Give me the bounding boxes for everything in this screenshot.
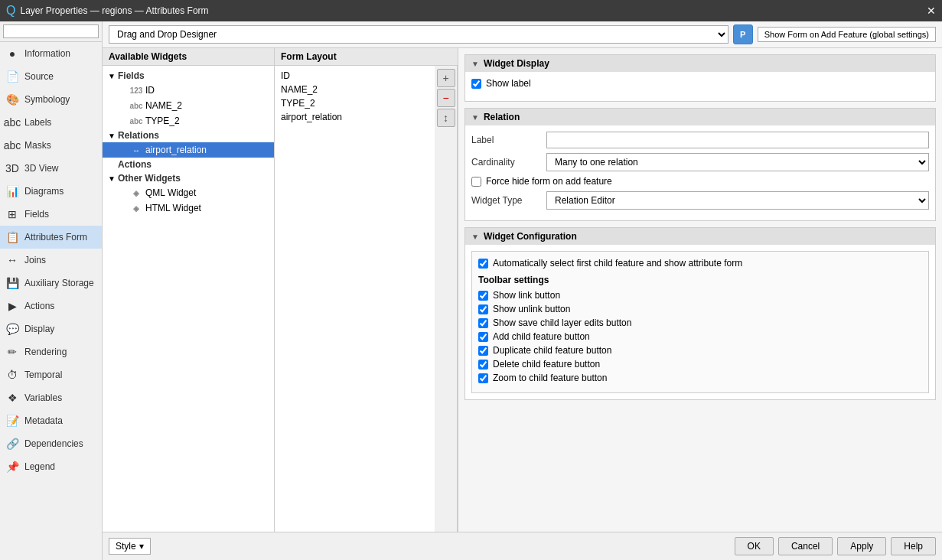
form-tree-item[interactable]: NAME_2 — [275, 83, 435, 96]
form-tree-item[interactable]: airport_relation — [275, 110, 435, 124]
show-label-row: Show label — [471, 78, 929, 89]
form-tree-item[interactable]: TYPE_2 — [275, 96, 435, 110]
source-icon: 📄 — [5, 69, 20, 84]
label-input[interactable] — [546, 132, 929, 148]
zoom_child-checkbox[interactable] — [478, 373, 488, 383]
widget-type-label: Widget Type — [471, 195, 540, 206]
sidebar-item-3dview[interactable]: 3D3D View — [0, 157, 102, 180]
tree-group-label: Actions — [118, 159, 152, 170]
ok-button[interactable]: OK — [735, 537, 774, 555]
tree-item[interactable]: abcTYPE_2 — [103, 113, 274, 129]
sidebar-label-actions: Actions — [24, 301, 54, 311]
auto-select-checkbox[interactable] — [478, 259, 488, 269]
dependencies-icon: 🔗 — [5, 436, 20, 451]
tree-item[interactable]: ▼Relations — [103, 129, 274, 142]
cancel-button[interactable]: Cancel — [778, 537, 833, 555]
move-button[interactable]: ↕ — [437, 109, 455, 127]
widget-config-header[interactable]: ▼ Widget Configuration — [465, 228, 935, 245]
sidebar-label-dependencies: Dependencies — [24, 438, 83, 449]
tree-item[interactable]: ▼Fields — [103, 69, 274, 83]
relation-header[interactable]: ▼ Relation — [465, 109, 935, 125]
zoom_child-label: Zoom to child feature button — [493, 373, 607, 383]
tree-item[interactable]: Actions — [103, 158, 274, 171]
duplicate_child-label: Duplicate child feature button — [493, 345, 611, 356]
delete_child-checkbox[interactable] — [478, 360, 488, 370]
sidebar-item-actions[interactable]: ▶Actions — [0, 295, 102, 317]
widget-type-row: Widget Type Relation Editor — [471, 191, 929, 210]
sidebar-item-information[interactable]: ●Information — [0, 42, 102, 65]
tree-item[interactable]: ↔airport_relation — [103, 142, 274, 158]
sidebar-item-labels[interactable]: abcLabels — [0, 111, 102, 134]
top-bar: Drag and Drop DesignerAutogenerateProvid… — [103, 21, 942, 48]
tree-item-label: ID — [145, 85, 155, 96]
sidebar-label-legend: Legend — [24, 461, 55, 472]
text-icon: abc — [130, 99, 142, 112]
designer-dropdown[interactable]: Drag and Drop DesignerAutogenerateProvid… — [109, 25, 729, 44]
show_save-checkbox[interactable] — [478, 318, 488, 328]
sidebar-label-rendering: Rendering — [24, 347, 67, 357]
sidebar: ●Information📄Source🎨SymbologyabcLabelsab… — [0, 21, 103, 560]
3dview-icon: 3D — [5, 161, 20, 176]
widget-config-title: Widget Configuration — [484, 231, 577, 242]
sidebar-item-rendering[interactable]: ✏Rendering — [0, 340, 102, 363]
sidebar-item-auxiliarystorage[interactable]: 💾Auxiliary Storage — [0, 272, 102, 295]
rendering-icon: ✏ — [5, 344, 20, 360]
tree-item[interactable]: ▼Other Widgets — [103, 171, 274, 185]
show_unlink-checkbox[interactable] — [478, 304, 488, 314]
tree-item-label: TYPE_2 — [145, 116, 180, 126]
temporal-icon: ⏱ — [5, 367, 20, 383]
sidebar-item-joins[interactable]: ↔Joins — [0, 249, 102, 272]
relation-body: Label Cardinality Many to one relationOn… — [465, 125, 935, 220]
widget-config-arrow: ▼ — [471, 233, 479, 241]
sidebar-item-dependencies[interactable]: 🔗Dependencies — [0, 432, 102, 455]
add-button[interactable]: + — [437, 69, 455, 87]
sidebar-label-variables: Variables — [24, 392, 62, 403]
sidebar-item-source[interactable]: 📄Source — [0, 65, 102, 88]
sidebar-item-display[interactable]: 💬Display — [0, 317, 102, 340]
config-row-show_save: Show save child layer edits button — [478, 317, 922, 328]
tree-item[interactable]: ◈HTML Widget — [103, 200, 274, 216]
search-input[interactable] — [3, 24, 99, 38]
tree-item-label: HTML Widget — [145, 203, 201, 213]
sidebar-label-fields: Fields — [24, 209, 49, 220]
search-box[interactable] — [0, 21, 102, 42]
remove-button[interactable]: − — [437, 89, 455, 107]
sidebar-item-diagrams[interactable]: 📊Diagrams — [0, 180, 102, 203]
sidebar-label-joins: Joins — [24, 255, 46, 265]
masks-icon: abc — [5, 138, 20, 153]
sidebar-item-fields[interactable]: ⊞Fields — [0, 203, 102, 226]
tree-item[interactable]: ◈QML Widget — [103, 185, 274, 200]
cardinality-select[interactable]: Many to one relationOne to one relationM… — [546, 153, 929, 171]
sidebar-item-temporal[interactable]: ⏱Temporal — [0, 363, 102, 386]
sidebar-item-masks[interactable]: abcMasks — [0, 134, 102, 157]
widget-type-select[interactable]: Relation Editor — [546, 191, 929, 210]
sidebar-label-labels: Labels — [24, 117, 51, 128]
add_child-checkbox[interactable] — [478, 332, 488, 342]
relation-arrow: ▼ — [471, 113, 479, 122]
cardinality-row: Cardinality Many to one relationOne to o… — [471, 153, 929, 171]
tree-item[interactable]: 123ID — [103, 83, 274, 98]
widget-display-header[interactable]: ▼ Widget Display — [465, 55, 935, 72]
titlebar-title: Layer Properties — regions — Attributes … — [20, 5, 208, 16]
close-button[interactable]: ✕ — [927, 5, 936, 17]
tree-item[interactable]: abcNAME_2 — [103, 98, 274, 113]
sidebar-item-variables[interactable]: ❖Variables — [0, 386, 102, 409]
widget-display-body: Show label — [465, 72, 935, 101]
show-form-button[interactable]: Show Form on Add Feature (global setting… — [758, 27, 936, 42]
duplicate_child-checkbox[interactable] — [478, 346, 488, 356]
form-tree-item[interactable]: ID — [275, 69, 435, 83]
sidebar-item-legend[interactable]: 📌Legend — [0, 455, 102, 478]
force-hide-checkbox[interactable] — [471, 177, 481, 187]
apply-button[interactable]: Apply — [837, 537, 886, 555]
config-row-zoom_child: Zoom to child feature button — [478, 373, 922, 383]
widget-config-section: ▼ Widget Configuration Automatically sel… — [464, 227, 936, 400]
sidebar-item-attributesform[interactable]: 📋Attributes Form — [0, 226, 102, 249]
style-button[interactable]: Style ▾ — [109, 538, 151, 555]
help-button[interactable]: Help — [891, 537, 936, 555]
show-label-checkbox[interactable] — [471, 79, 481, 89]
sidebar-item-symbology[interactable]: 🎨Symbology — [0, 88, 102, 111]
python-button[interactable]: P — [733, 24, 753, 44]
bottom-bar: Style ▾ OK Cancel Apply Help — [103, 532, 942, 560]
sidebar-item-metadata[interactable]: 📝Metadata — [0, 409, 102, 432]
show_link-checkbox[interactable] — [478, 291, 488, 301]
